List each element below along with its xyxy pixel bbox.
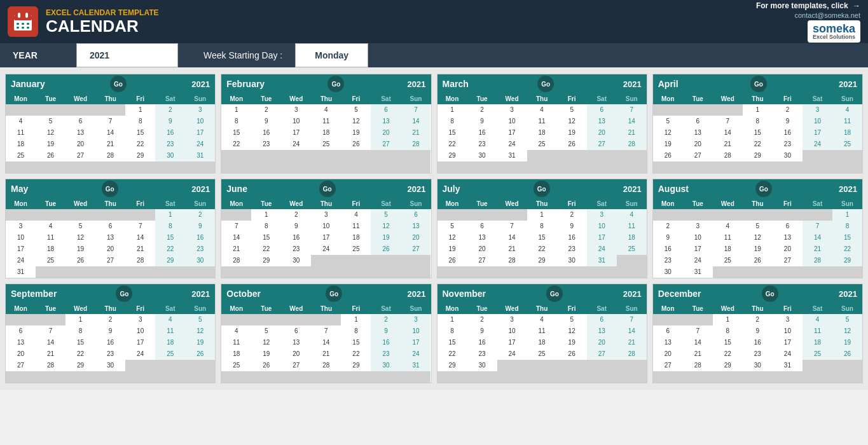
day-cell[interactable]: 2 [773,104,803,116]
day-cell[interactable]: 9 [281,221,311,232]
day-cell[interactable]: 9 [557,221,587,232]
day-cell[interactable]: 16 [467,127,497,139]
day-cell[interactable]: 15 [125,127,155,139]
day-cell[interactable]: 23 [185,243,215,255]
go-button[interactable]: Go [755,181,772,197]
day-cell[interactable]: 26 [371,243,401,255]
day-cell[interactable]: 29 [155,255,185,266]
day-cell[interactable]: 28 [617,348,647,360]
day-cell[interactable]: 17 [125,337,155,348]
day-cell[interactable]: 18 [527,337,557,348]
day-cell[interactable]: 11 [311,116,341,127]
day-cell[interactable]: 5 [832,314,862,325]
day-cell[interactable]: 29 [251,255,281,266]
day-cell[interactable]: 4 [527,314,557,325]
day-cell[interactable]: 19 [36,139,65,150]
day-cell[interactable]: 30 [743,360,773,371]
day-cell[interactable]: 12 [185,325,215,337]
day-cell[interactable]: 1 [155,209,185,221]
day-cell[interactable]: 15 [743,127,773,139]
day-cell[interactable]: 16 [95,337,125,348]
day-cell[interactable]: 29 [125,150,155,161]
day-cell[interactable]: 22 [437,139,467,150]
day-cell[interactable]: 15 [65,337,95,348]
day-cell[interactable]: 17 [803,127,832,139]
day-cell[interactable]: 10 [185,116,215,127]
day-cell[interactable]: 18 [155,337,185,348]
day-cell[interactable]: 24 [497,348,527,360]
day-cell[interactable]: 26 [557,139,587,150]
day-cell[interactable]: 20 [653,348,683,360]
day-cell[interactable]: 24 [803,139,832,150]
day-cell[interactable]: 11 [155,325,185,337]
day-cell[interactable]: 18 [803,337,832,348]
day-cell[interactable]: 18 [832,127,862,139]
day-cell[interactable]: 25 [527,348,557,360]
day-cell[interactable]: 23 [467,139,497,150]
day-cell[interactable]: 13 [683,127,713,139]
day-cell[interactable]: 17 [497,127,527,139]
day-cell[interactable]: 20 [65,139,95,150]
day-cell[interactable]: 13 [65,127,95,139]
day-cell[interactable]: 1 [221,104,251,116]
day-cell[interactable]: 30 [95,360,125,371]
day-cell[interactable]: 14 [497,232,527,243]
day-cell[interactable]: 4 [832,104,862,116]
day-cell[interactable]: 30 [653,266,683,278]
day-cell[interactable]: 28 [221,255,251,266]
day-cell[interactable]: 12 [251,337,281,348]
day-cell[interactable]: 23 [467,348,497,360]
day-cell[interactable]: 17 [281,127,311,139]
day-cell[interactable]: 10 [773,325,803,337]
day-cell[interactable]: 26 [437,255,467,266]
day-cell[interactable]: 5 [653,116,683,127]
day-cell[interactable]: 22 [221,139,251,150]
day-cell[interactable]: 10 [497,116,527,127]
day-cell[interactable]: 14 [617,116,647,127]
day-cell[interactable]: 21 [713,139,743,150]
day-cell[interactable]: 18 [311,127,341,139]
day-cell[interactable]: 9 [251,116,281,127]
day-cell[interactable]: 15 [221,127,251,139]
day-cell[interactable]: 29 [65,360,95,371]
day-cell[interactable]: 16 [155,127,185,139]
day-cell[interactable]: 11 [617,221,647,232]
day-cell[interactable]: 23 [155,139,185,150]
day-cell[interactable]: 28 [713,150,743,161]
day-cell[interactable]: 7 [311,325,341,337]
day-cell[interactable]: 22 [713,348,743,360]
day-cell[interactable]: 8 [341,325,371,337]
day-cell[interactable]: 7 [617,314,647,325]
day-cell[interactable]: 26 [36,150,65,161]
day-cell[interactable]: 5 [557,314,587,325]
go-button[interactable]: Go [327,76,344,92]
day-cell[interactable]: 8 [437,325,467,337]
day-cell[interactable]: 4 [803,314,832,325]
day-cell[interactable]: 16 [185,232,215,243]
day-cell[interactable]: 25 [221,360,251,371]
day-cell[interactable]: 19 [557,337,587,348]
day-cell[interactable]: 22 [527,243,557,255]
day-cell[interactable]: 15 [437,127,467,139]
day-cell[interactable]: 5 [437,221,467,232]
day-cell[interactable]: 7 [221,221,251,232]
day-cell[interactable]: 24 [125,348,155,360]
day-cell[interactable]: 28 [497,255,527,266]
day-cell[interactable]: 19 [185,337,215,348]
day-cell[interactable]: 8 [125,116,155,127]
day-cell[interactable]: 16 [251,127,281,139]
day-cell[interactable]: 31 [6,266,36,278]
day-cell[interactable]: 14 [617,325,647,337]
day-cell[interactable]: 6 [467,221,497,232]
day-cell[interactable]: 21 [617,337,647,348]
day-cell[interactable]: 25 [311,139,341,150]
day-cell[interactable]: 18 [6,139,36,150]
day-cell[interactable]: 27 [587,348,617,360]
day-cell[interactable]: 7 [401,104,431,116]
day-cell[interactable]: 21 [221,243,251,255]
day-cell[interactable]: 16 [467,337,497,348]
day-cell[interactable]: 8 [527,221,557,232]
day-cell[interactable]: 22 [832,243,862,255]
day-cell[interactable]: 6 [587,314,617,325]
day-cell[interactable]: 19 [341,127,371,139]
